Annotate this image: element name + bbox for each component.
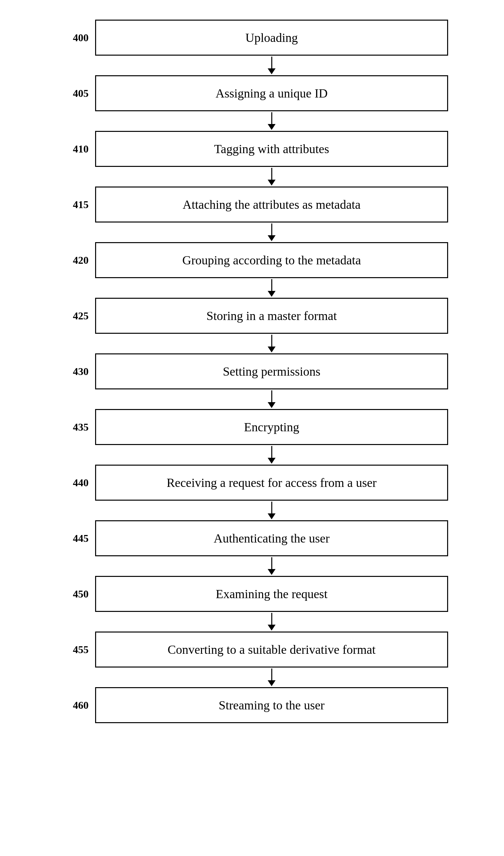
- arrow-line: [271, 279, 272, 291]
- arrow-icon: [268, 668, 275, 686]
- arrow-445: [56, 556, 448, 576]
- step-box-445: Authenticating the user: [95, 520, 448, 556]
- step-text-425: Storing in a master format: [206, 309, 337, 323]
- step-label-400: 400: [56, 32, 95, 44]
- step-text-460: Streaming to the user: [219, 698, 325, 712]
- arrow-head: [268, 402, 275, 408]
- step-label-425: 425: [56, 310, 95, 322]
- step-box-460: Streaming to the user: [95, 687, 448, 723]
- arrow-head: [268, 235, 275, 241]
- arrow-415: [56, 223, 448, 242]
- arrow-455: [56, 668, 448, 687]
- step-text-420: Grouping according to the metadata: [182, 253, 361, 267]
- step-box-440: Receiving a request for access from a us…: [95, 465, 448, 501]
- step-row-445: 445Authenticating the user: [56, 520, 448, 556]
- arrow-450: [56, 612, 448, 632]
- arrow-410: [56, 167, 448, 187]
- step-box-400: Uploading: [95, 20, 448, 56]
- step-row-450: 450Examining the request: [56, 576, 448, 612]
- arrow-icon: [268, 112, 275, 130]
- step-text-450: Examining the request: [216, 587, 327, 601]
- arrow-icon: [268, 390, 275, 408]
- arrow-icon: [268, 557, 275, 575]
- step-label-420: 420: [56, 254, 95, 267]
- step-box-410: Tagging with attributes: [95, 131, 448, 167]
- arrow-line: [271, 502, 272, 513]
- arrow-line: [271, 668, 272, 680]
- step-row-460: 460Streaming to the user: [56, 687, 448, 723]
- step-row-400: 400Uploading: [56, 20, 448, 56]
- step-text-455: Converting to a suitable derivative form…: [168, 642, 376, 657]
- arrow-head: [268, 291, 275, 297]
- arrow-420: [56, 278, 448, 298]
- arrow-icon: [268, 335, 275, 353]
- flowchart-container: 400Uploading405Assigning a unique ID410T…: [56, 20, 448, 723]
- arrow-icon: [268, 279, 275, 297]
- step-box-430: Setting permissions: [95, 354, 448, 389]
- arrow-head: [268, 624, 275, 631]
- arrow-405: [56, 111, 448, 131]
- arrow-head: [268, 513, 275, 519]
- arrow-line: [271, 57, 272, 68]
- arrow-icon: [268, 223, 275, 241]
- step-box-415: Attaching the attributes as metadata: [95, 187, 448, 223]
- step-label-440: 440: [56, 477, 95, 489]
- step-text-445: Authenticating the user: [214, 531, 330, 546]
- arrow-line: [271, 112, 272, 124]
- step-text-405: Assigning a unique ID: [215, 86, 327, 100]
- arrow-435: [56, 445, 448, 465]
- step-row-415: 415Attaching the attributes as metadata: [56, 187, 448, 223]
- arrow-head: [268, 569, 275, 575]
- step-text-400: Uploading: [246, 31, 298, 45]
- arrow-line: [271, 446, 272, 458]
- step-label-445: 445: [56, 532, 95, 545]
- step-label-450: 450: [56, 588, 95, 600]
- arrow-icon: [268, 57, 275, 74]
- step-box-405: Assigning a unique ID: [95, 75, 448, 111]
- step-row-455: 455Converting to a suitable derivative f…: [56, 632, 448, 668]
- step-label-415: 415: [56, 199, 95, 211]
- arrow-head: [268, 458, 275, 464]
- arrow-head: [268, 179, 275, 186]
- arrow-head: [268, 346, 275, 353]
- step-row-405: 405Assigning a unique ID: [56, 75, 448, 111]
- step-text-430: Setting permissions: [223, 364, 321, 379]
- arrow-line: [271, 613, 272, 624]
- step-label-435: 435: [56, 421, 95, 433]
- step-box-425: Storing in a master format: [95, 298, 448, 334]
- arrow-line: [271, 390, 272, 402]
- step-label-430: 430: [56, 365, 95, 378]
- step-label-410: 410: [56, 143, 95, 155]
- step-box-435: Encrypting: [95, 409, 448, 445]
- arrow-icon: [268, 502, 275, 519]
- arrow-icon: [268, 168, 275, 186]
- arrow-line: [271, 557, 272, 569]
- step-box-450: Examining the request: [95, 576, 448, 612]
- arrow-line: [271, 223, 272, 235]
- arrow-line: [271, 168, 272, 179]
- step-row-420: 420Grouping according to the metadata: [56, 242, 448, 278]
- step-row-430: 430Setting permissions: [56, 354, 448, 389]
- step-box-455: Converting to a suitable derivative form…: [95, 632, 448, 668]
- step-row-440: 440Receiving a request for access from a…: [56, 465, 448, 501]
- step-text-435: Encrypting: [244, 420, 300, 434]
- step-label-460: 460: [56, 699, 95, 712]
- arrow-400: [56, 56, 448, 75]
- arrow-icon: [268, 446, 275, 464]
- arrow-440: [56, 501, 448, 520]
- arrow-icon: [268, 613, 275, 631]
- step-row-410: 410Tagging with attributes: [56, 131, 448, 167]
- arrow-head: [268, 68, 275, 74]
- step-label-405: 405: [56, 87, 95, 100]
- arrow-head: [268, 124, 275, 130]
- arrow-line: [271, 335, 272, 346]
- step-box-420: Grouping according to the metadata: [95, 242, 448, 278]
- arrow-430: [56, 389, 448, 409]
- arrow-head: [268, 680, 275, 686]
- step-row-435: 435Encrypting: [56, 409, 448, 445]
- step-text-410: Tagging with attributes: [214, 142, 329, 156]
- step-label-455: 455: [56, 644, 95, 656]
- arrow-425: [56, 334, 448, 354]
- step-text-415: Attaching the attributes as metadata: [183, 197, 361, 212]
- step-row-425: 425Storing in a master format: [56, 298, 448, 334]
